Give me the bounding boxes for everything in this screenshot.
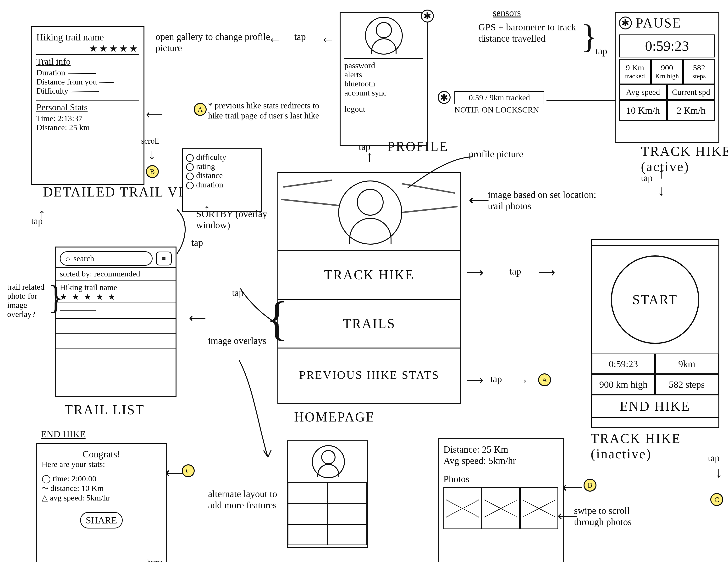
- asterisk-icon: ✱: [421, 10, 434, 22]
- alt-cell[interactable]: [288, 524, 327, 545]
- end-time: ◯ time: 2:00:00: [42, 474, 161, 483]
- note-image-overlays: image overlays: [208, 335, 266, 346]
- alt-avatar[interactable]: [312, 445, 345, 478]
- connector: [407, 155, 474, 189]
- sort-opt-distance[interactable]: distance: [186, 171, 258, 180]
- person-icon: [317, 464, 340, 477]
- alt-cell[interactable]: [288, 504, 327, 524]
- inactive-elevation: 900 km high: [592, 374, 655, 395]
- sort-opt-rating[interactable]: rating: [186, 162, 258, 171]
- tap-label-5: tap: [641, 172, 653, 183]
- photo-thumb[interactable]: [520, 487, 558, 529]
- prev-distance: Distance: 25 Km: [443, 444, 558, 455]
- radio-icon: [186, 163, 194, 171]
- screen-alt-layout: [287, 440, 368, 548]
- profile-logout[interactable]: logout: [344, 105, 423, 114]
- screen-detailed-trail: Hiking trail name ★★★★★ Trail info Durat…: [31, 26, 144, 185]
- profile-avatar[interactable]: [365, 17, 403, 55]
- note-alt-layout: alternate layout to add more features: [208, 488, 285, 511]
- screen-track-inactive: START 0:59:23 9km 900 km high 582 steps …: [591, 239, 719, 428]
- sort-button[interactable]: ≡: [156, 251, 172, 265]
- trail-info-heading: Trail info: [36, 56, 139, 67]
- alt-cell[interactable]: [327, 483, 367, 504]
- home-link[interactable]: home: [147, 558, 162, 562]
- path-icon: ⤳: [42, 484, 50, 493]
- home-prev-stats[interactable]: PREVIOUS HIKE STATS: [278, 349, 460, 401]
- end-avg-speed: △ avg speed: 5km/hr: [42, 493, 161, 502]
- end-distance: ⤳ distance: 10 Km: [42, 483, 161, 493]
- photo-thumb[interactable]: [482, 487, 520, 529]
- share-button[interactable]: SHARE: [80, 512, 122, 529]
- active-distance: 9 Kmtracked: [619, 59, 651, 84]
- active-current-label: Current spd: [667, 84, 715, 100]
- asterisk-icon: ✱: [438, 91, 451, 104]
- screen-end-hike: Congrats! Here are your stats: ◯ time: 2…: [36, 443, 167, 562]
- profile-password[interactable]: password: [344, 61, 423, 70]
- personal-distance: Distance: 25 km: [36, 123, 139, 132]
- tap-label-2: tap: [294, 31, 306, 42]
- radio-icon: [186, 172, 194, 180]
- congrats-text: Congrats!: [42, 449, 161, 460]
- stats-intro: Here are your stats:: [42, 460, 161, 469]
- difficulty-row: Difficulty: [36, 86, 139, 95]
- overlay-sortby[interactable]: difficulty rating distance duration: [182, 148, 262, 212]
- duration-row: Duration: [36, 68, 139, 77]
- caption-homepage: HOMEPAGE: [294, 409, 375, 425]
- prev-avg: Avg speed: 5km/hr: [443, 455, 558, 466]
- pause-button[interactable]: PAUSE: [636, 15, 682, 31]
- alt-cell[interactable]: [327, 504, 367, 524]
- sensors-heading: sensors: [493, 7, 521, 18]
- list-item-title: Hiking trail name: [60, 283, 172, 292]
- start-button[interactable]: START: [611, 255, 699, 344]
- tap-label-6: tap: [509, 266, 521, 277]
- trail-title: Hiking trail name: [36, 32, 139, 43]
- sort-opt-duration[interactable]: duration: [186, 180, 258, 189]
- person-icon: [376, 22, 392, 38]
- screen-trail-list: ⌕ search ≡ sorted by: recommended Hiking…: [55, 246, 176, 397]
- rating-stars: ★★★★★: [36, 43, 139, 54]
- personal-time: Time: 2:13:37: [36, 114, 139, 123]
- caption-end-hike: END HIKE: [41, 429, 86, 440]
- caption-profile: PROFILE: [387, 139, 448, 154]
- active-elevation: 900Km high: [651, 59, 683, 84]
- photo-thumb[interactable]: [443, 487, 482, 529]
- home-trails[interactable]: TRAILS: [278, 300, 460, 349]
- note-prev-hike: * previous hike stats redirects to hike …: [208, 100, 328, 121]
- alt-cell[interactable]: [327, 524, 367, 545]
- speed-icon: △: [42, 493, 50, 502]
- person-icon: [357, 189, 384, 216]
- alt-cell[interactable]: [288, 483, 327, 504]
- note-image-based: image based on set location; trail photo…: [488, 189, 612, 211]
- radio-icon: [186, 154, 194, 162]
- inactive-distance: 9km: [655, 354, 718, 374]
- tap-label-sensors: tap: [596, 45, 607, 57]
- tap-label-7: tap: [490, 374, 502, 385]
- lockscreen-notif: 0:59 / 9km tracked: [454, 91, 544, 104]
- profile-account-sync[interactable]: account sync: [344, 88, 423, 97]
- home-avatar[interactable]: [338, 180, 402, 244]
- list-item-stars: ★ ★ ★ ★ ★: [60, 292, 172, 302]
- clock-icon: ◯: [42, 474, 53, 483]
- profile-alerts[interactable]: alerts: [344, 70, 423, 79]
- sorted-by-label: sorted by: recommended: [56, 268, 176, 280]
- search-input[interactable]: ⌕ search: [60, 251, 153, 266]
- scroll-label: scroll: [141, 136, 159, 145]
- hamburger-icon: ≡: [162, 254, 166, 262]
- photo-strip[interactable]: [443, 487, 558, 529]
- home-track-hike[interactable]: TRACK HIKE: [278, 251, 460, 300]
- list-item[interactable]: Hiking trail name ★ ★ ★ ★ ★: [56, 280, 176, 303]
- note-swipe: swipe to scroll through photos: [574, 505, 660, 528]
- inactive-timer: 0:59:23: [592, 354, 655, 374]
- badge-c: C: [182, 464, 195, 477]
- sort-opt-difficulty[interactable]: difficulty: [186, 153, 258, 162]
- end-hike-button[interactable]: END HIKE: [592, 395, 718, 418]
- badge-c-2: C: [710, 493, 723, 506]
- note-sensors: GPS + barometer to track distance travel…: [478, 22, 593, 44]
- connector: [176, 208, 224, 256]
- badge-b: B: [146, 165, 159, 178]
- connector: [545, 93, 617, 108]
- notif-caption: NOTIF. ON LOCKSCRN: [454, 105, 539, 114]
- active-avg-label: Avg speed: [619, 84, 667, 100]
- badge-a: A: [194, 103, 207, 116]
- profile-bluetooth[interactable]: bluetooth: [344, 79, 423, 88]
